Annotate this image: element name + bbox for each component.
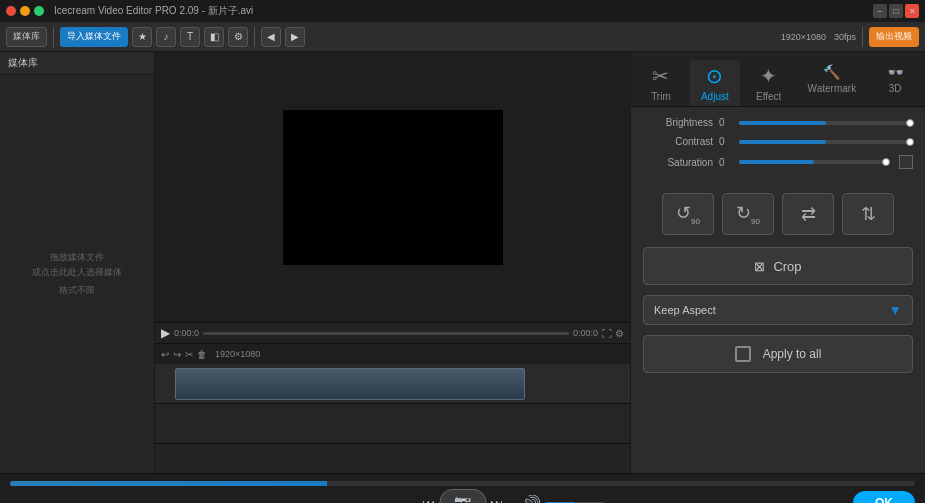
nav-left-btn[interactable]: ◀ [261,27,281,47]
brightness-value: 0 [719,117,733,128]
toolbar-divider-1 [53,27,54,47]
saturation-thumb [882,158,890,166]
text-btn[interactable]: T [180,27,200,47]
video-preview-area [155,52,630,322]
minimize-dot[interactable] [20,6,30,16]
dropdown-arrow-icon: ▼ [888,302,902,318]
skip-back-btn[interactable]: ⏮ [417,492,441,503]
play-button[interactable]: ▶ [161,326,170,340]
flip-h-btn[interactable]: ⇄ [782,193,834,235]
music-btn[interactable]: ♪ [156,27,176,47]
title-bar: Icecream Video Editor PRO 2.09 - 新片子.avi… [0,0,925,22]
minimize-button[interactable]: − [873,4,887,18]
volume-area: 🔊 [521,494,605,503]
drop-hint-line1: 拖放媒体文件 [50,250,104,264]
close-dot[interactable] [6,6,16,16]
video-screen [283,110,503,265]
skip-forward-btn[interactable]: ⏭ [485,492,509,503]
trim-icon: ✂ [652,64,669,88]
contrast-label: Contrast [643,136,713,147]
saturation-slider[interactable] [739,160,889,164]
watermark-icon: 🔨 [823,64,840,80]
settings-icon[interactable]: ⚙ [615,328,624,339]
left-panel: 媒体库 拖放媒体文件 或点击此处人选择媒体 格式不限 [0,52,155,473]
drop-hint-line2: 或点击此处人选择媒体 [32,265,122,279]
rotate-section: ↺90 ↻90 ⇄ ⇅ [631,187,925,241]
tab-watermark[interactable]: 🔨 Watermark [798,60,867,106]
rotate-left-btn[interactable]: ↺90 [662,193,714,235]
crop-button[interactable]: ⊠ Crop [643,247,913,285]
video-progress[interactable] [203,332,569,335]
cut-btn[interactable]: ✂ [185,349,193,360]
media-library-btn[interactable]: 媒体库 [6,27,47,47]
screenshot-button[interactable]: 📷 [439,489,486,503]
window-controls: − □ ✕ [873,4,919,18]
apply-all-label: Apply to all [763,347,822,361]
contrast-slider[interactable] [739,140,913,144]
import-btn[interactable]: 导入媒体文件 [60,27,128,47]
apply-all-checkbox[interactable] [735,346,751,362]
settings-btn[interactable]: ⚙ [228,27,248,47]
rotate-right-icon: ↻90 [736,202,760,226]
brightness-slider[interactable] [739,121,913,125]
bottom-bar: ⏮ ⏸ ⏭ 🔊 📷 OK 下载吧 www.xiazaiba.com [0,473,925,503]
nav-right-btn[interactable]: ▶ [285,27,305,47]
keep-aspect-section: Keep Aspect ▼ [631,291,925,329]
rotate-right-btn[interactable]: ↻90 [722,193,774,235]
export-btn[interactable]: 输出视频 [869,27,919,47]
tab-effect[interactable]: ✦ Effect [744,60,794,106]
tab-trim[interactable]: ✂ Trim [636,60,686,106]
contrast-value: 0 [719,136,733,147]
brightness-thumb [906,119,914,127]
keep-aspect-button[interactable]: Keep Aspect ▼ [643,295,913,325]
timeline-clip[interactable] [175,368,525,400]
adjustments-section: Brightness 0 Contrast 0 Saturation 0 [631,107,925,187]
window-dots [6,6,44,16]
brightness-fill [739,121,826,125]
saturation-value: 0 [719,157,733,168]
transition-btn[interactable]: ◧ [204,27,224,47]
maximize-button[interactable]: □ [889,4,903,18]
ok-button[interactable]: OK [853,491,915,503]
apply-all-button[interactable]: Apply to all [643,335,913,373]
crop-section: ⊠ Crop [631,241,925,291]
rotate-left-icon: ↺90 [676,202,700,226]
main-progress-fill [10,481,327,486]
saturation-checkbox[interactable] [899,155,913,169]
3d-label: 3D [889,83,902,94]
time-start: 0:00:0 [174,328,199,338]
volume-icon: 🔊 [521,494,541,503]
contrast-thumb [906,138,914,146]
keep-aspect-label: Keep Aspect [654,304,716,316]
tab-adjust[interactable]: ⊙ Adjust [690,60,740,106]
tab-3d[interactable]: 👓 3D [870,60,920,106]
video-extra-icons: ⛶ ⚙ [602,328,624,339]
timeline-track-audio [155,404,630,444]
main-progress-row [10,481,915,486]
effect-label: Effect [756,91,781,102]
close-button[interactable]: ✕ [905,4,919,18]
main-content: 媒体库 拖放媒体文件 或点击此处人选择媒体 格式不限 ▶ 0:00:0 0:00… [0,52,925,473]
star-btn[interactable]: ★ [132,27,152,47]
redo-btn[interactable]: ↪ [173,349,181,360]
saturation-label: Saturation [643,157,713,168]
apply-section: Apply to all [631,329,925,379]
resolution-label: 1920×1080 [781,32,826,42]
right-panel: ✂ Trim ⊙ Adjust ✦ Effect 🔨 Watermark 👓 3… [630,52,925,473]
main-progress-bar[interactable] [10,481,915,486]
timeline-info: 1920×1080 [215,349,260,359]
maximize-dot[interactable] [34,6,44,16]
timeline-track-video [155,364,630,404]
tab-bar: ✂ Trim ⊙ Adjust ✦ Effect 🔨 Watermark 👓 3… [631,52,925,107]
video-controls-bar: ▶ 0:00:0 0:00:0 ⛶ ⚙ [155,322,630,343]
saturation-fill [739,160,814,164]
contrast-row: Contrast 0 [643,136,913,147]
flip-h-icon: ⇄ [801,203,816,225]
undo-btn[interactable]: ↩ [161,349,169,360]
fullscreen-icon[interactable]: ⛶ [602,328,612,339]
flip-v-btn[interactable]: ⇅ [842,193,894,235]
delete-btn[interactable]: 🗑 [197,349,207,360]
window-title: Icecream Video Editor PRO 2.09 - 新片子.avi [54,4,869,18]
trim-label: Trim [651,91,671,102]
media-library-header: 媒体库 [0,52,154,75]
